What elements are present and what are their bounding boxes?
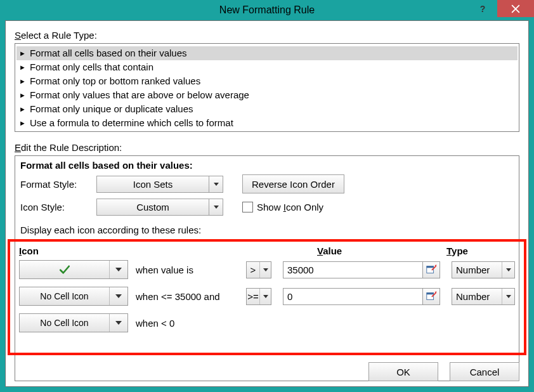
icon-dropdown-display: No Cell Icon (20, 287, 110, 305)
value-column-header: Value (309, 245, 439, 256)
condition-text: when <= 35000 and (132, 291, 242, 302)
icon-dropdown[interactable]: No Cell Icon (19, 313, 128, 332)
rule-type-item[interactable]: ►Format only values that are above or be… (16, 88, 518, 102)
value-input[interactable] (283, 261, 422, 278)
icon-style-label: Icon Style: (20, 202, 90, 212)
type-dropdown[interactable]: Number (452, 261, 515, 278)
range-picker-icon (426, 291, 437, 302)
condition-text: when < 0 (132, 318, 242, 329)
format-style-label: Format Style: (20, 179, 90, 190)
chevron-down-icon (502, 289, 514, 304)
type-column-header: Type (439, 245, 515, 256)
dialog-body: Select a Rule Type: ►Format all cells ba… (5, 20, 529, 387)
chevron-down-icon (209, 199, 223, 215)
range-picker-button[interactable] (422, 288, 440, 305)
icon-style-combo[interactable]: Custom (96, 199, 223, 216)
ok-button[interactable]: OK (368, 362, 438, 381)
show-icon-only-checkbox[interactable]: Show Icon Only (242, 202, 323, 212)
icon-dropdown[interactable]: No Cell Icon (19, 287, 128, 306)
green-check-icon (59, 264, 70, 275)
close-button[interactable] (497, 0, 534, 17)
type-dropdown[interactable]: Number (452, 288, 515, 305)
svg-rect-1 (427, 266, 434, 268)
value-input[interactable] (283, 288, 422, 305)
chevron-down-icon (110, 287, 127, 305)
rule-type-item[interactable]: ►Format all cells based on their values (16, 46, 518, 60)
display-rules-label: Display each icon according to these rul… (20, 225, 514, 235)
svg-rect-3 (427, 293, 434, 295)
arrow-right-icon: ► (19, 77, 26, 85)
help-button[interactable]: ? (468, 0, 497, 17)
window-title: New Formatting Rule (0, 4, 534, 16)
format-style-combo[interactable]: Icon Sets (96, 176, 223, 193)
rule-type-label: Format only values that are above or bel… (30, 89, 249, 100)
title-bar[interactable]: New Formatting Rule ? (0, 0, 534, 20)
icon-column-header: Icon (19, 245, 146, 256)
type-value: Number (452, 265, 502, 275)
condition-text: when value is (132, 265, 242, 275)
rule-type-label: Format only top or bottom ranked values (30, 75, 200, 86)
type-value: Number (452, 291, 502, 302)
window-frame: New Formatting Rule ? Select a Rule Type… (0, 0, 534, 392)
icon-dropdown-display (20, 261, 110, 278)
chevron-down-icon (110, 314, 127, 332)
rule-type-item[interactable]: ►Format only unique or duplicate values (16, 102, 518, 116)
chevron-down-icon (110, 261, 127, 278)
rule-type-list[interactable]: ►Format all cells based on their values►… (15, 43, 519, 132)
chevron-down-icon (259, 262, 271, 278)
arrow-right-icon: ► (19, 119, 26, 127)
edit-rule-description-label: Edit the Rule Description: (15, 142, 519, 153)
icon-dropdown[interactable] (19, 260, 128, 279)
icon-style-value: Custom (97, 202, 209, 212)
icon-rule-row: when value is>Number (19, 260, 515, 279)
rule-type-label: Format only cells that contain (30, 62, 153, 72)
arrow-right-icon: ► (19, 63, 26, 71)
arrow-right-icon: ► (19, 105, 26, 113)
rule-type-label: Use a formula to determine which cells t… (30, 117, 233, 128)
icon-rule-row: No Cell Iconwhen <= 35000 and>=Number (19, 287, 515, 306)
chevron-down-icon (209, 176, 223, 192)
checkbox-icon (242, 202, 253, 212)
arrow-right-icon: ► (19, 49, 26, 57)
rule-type-label: Format all cells based on their values (30, 48, 187, 58)
icon-rules-area: Icon Value Type when value is>NumberNo C… (8, 239, 526, 355)
operator-dropdown[interactable]: > (246, 261, 271, 278)
format-basis-title: Format all cells based on their values: (20, 160, 514, 171)
rule-type-item[interactable]: ►Format only top or bottom ranked values (16, 74, 518, 88)
format-style-value: Icon Sets (97, 179, 209, 190)
operator-value: >= (247, 291, 259, 302)
chevron-down-icon (259, 289, 271, 304)
range-picker-icon (426, 264, 437, 275)
select-rule-type-label: Select a Rule Type: (15, 30, 519, 41)
rule-type-item[interactable]: ►Format only cells that contain (16, 60, 518, 74)
chevron-down-icon (502, 262, 514, 278)
range-picker-button[interactable] (422, 261, 440, 278)
icon-dropdown-display: No Cell Icon (20, 314, 110, 332)
rule-type-label: Format only unique or duplicate values (30, 103, 193, 114)
close-icon (511, 4, 520, 13)
arrow-right-icon: ► (19, 91, 26, 99)
show-icon-only-label: Show Icon Only (257, 202, 323, 212)
cancel-button[interactable]: Cancel (450, 362, 519, 381)
icon-rule-row: No Cell Iconwhen < 0 (19, 313, 515, 332)
rule-description-box: Format all cells based on their values: … (15, 155, 519, 381)
rule-type-item[interactable]: ►Use a formula to determine which cells … (16, 116, 518, 130)
reverse-icon-order-button[interactable]: Reverse Icon Order (242, 174, 344, 193)
operator-value: > (247, 265, 259, 275)
operator-dropdown[interactable]: >= (246, 288, 271, 305)
